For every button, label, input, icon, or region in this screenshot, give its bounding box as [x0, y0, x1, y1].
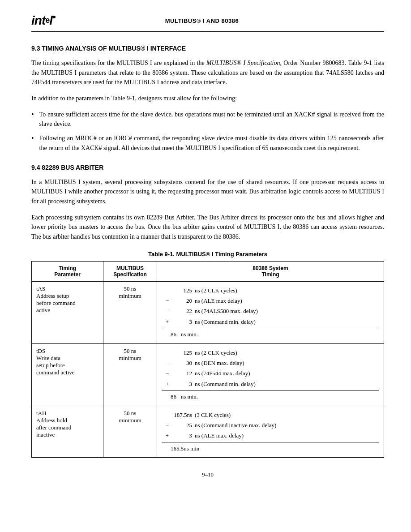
header-title: MULTIBUS® I AND 80386: [56, 17, 348, 24]
intel-logo: intel: [31, 13, 56, 28]
table-row-tas: tASAddress setupbefore commandactive 50 …: [32, 281, 384, 343]
calc-row-tds-2: − 30 ns (DEN max. delay): [162, 358, 379, 368]
section-9-4-para-2: Each processing subsystem contains its o…: [31, 213, 384, 242]
calc-row-4: + 3 ns (Command min. delay): [162, 317, 379, 327]
table-caption: Table 9-1. MULTIBUS® I Timing Parameters: [31, 251, 384, 257]
calc-row-tds-4: + 3 ns (Command min. delay): [162, 379, 379, 389]
calc-row-tah-2: − 25 ns (Command inactive max. delay): [162, 420, 379, 430]
timing-table: TimingParameter MULTIBUSSpecification 80…: [31, 261, 384, 458]
calc-row-3: − 22 ns (74ALS580 max. delay): [162, 306, 379, 316]
param-tds: tDSWrite datasetup beforecommand active: [32, 343, 103, 406]
section-9-3-heading: 9.3 TIMING ANALYSIS OF MULTIBUS® I INTER…: [31, 45, 384, 52]
timing-tah: 187.5ns (3 CLK cycles) − 25 ns (Command …: [157, 406, 384, 458]
page: intel MULTIBUS® I AND 80386 9.3 TIMING A…: [0, 0, 411, 532]
list-item-2: • Following an MRDC# or an IORC# command…: [31, 133, 384, 153]
spec-tah: 50 nsminimum: [103, 406, 157, 458]
bullet-icon-2: •: [31, 133, 34, 143]
param-tah: tAHAddress holdafter commandinactive: [32, 406, 103, 458]
bullet-icon: •: [31, 110, 34, 120]
bullet-list: • To ensure sufficient access time for t…: [31, 110, 384, 153]
table-row-tah: tAHAddress holdafter commandinactive 50 …: [32, 406, 384, 458]
col-header-system: 80386 SystemTiming: [157, 261, 384, 281]
calc-row-tah-3: + 3 ns (ALE max. delay): [162, 430, 379, 441]
spec-tas: 50 nsminimum: [103, 281, 157, 343]
timing-total-tds: 86 ns min.: [162, 390, 379, 402]
calc-row-2: − 20 ns (ALE max delay): [162, 296, 379, 306]
col-header-param: TimingParameter: [32, 261, 103, 281]
timing-tds: 125 ns (2 CLK cycles) − 30 ns (DEN max. …: [157, 343, 384, 406]
timing-tas: 125 ns (2 CLK cycles) − 20 ns (ALE max d…: [157, 281, 384, 343]
page-number: 9–10: [202, 471, 214, 478]
list-item-1-text: To ensure sufficient access time for the…: [39, 110, 384, 129]
calc-row-tds-3: − 12 ns (74F544 max. delay): [162, 368, 379, 378]
section-9-3-para-1: The timing specifications for the MULTIB…: [31, 58, 384, 87]
section-9-3: 9.3 TIMING ANALYSIS OF MULTIBUS® I INTER…: [31, 45, 384, 153]
calc-row-1: 125 ns (2 CLK cycles): [162, 285, 379, 296]
section-9-4-heading: 9.4 82289 BUS ARBITER: [31, 164, 384, 171]
timing-total-tas: 86 ns min.: [162, 328, 379, 339]
timing-total-tah: 165.5ns min: [162, 442, 379, 454]
timing-calc-tas: 125 ns (2 CLK cycles) − 20 ns (ALE max d…: [162, 285, 379, 340]
table-container: Table 9-1. MULTIBUS® I Timing Parameters…: [31, 251, 384, 458]
list-item-1: • To ensure sufficient access time for t…: [31, 110, 384, 129]
logo-dot: [53, 16, 56, 18]
page-header: intel MULTIBUS® I AND 80386: [31, 13, 384, 32]
table-row-tds: tDSWrite datasetup beforecommand active …: [32, 343, 384, 406]
section-9-4: 9.4 82289 BUS ARBITER In a MULTIBUS I sy…: [31, 164, 384, 242]
timing-calc-tds: 125 ns (2 CLK cycles) − 30 ns (DEN max. …: [162, 348, 379, 402]
calc-row-tah-1: 187.5ns (3 CLK cycles): [162, 410, 379, 420]
spec-tds: 50 nsminimum: [103, 343, 157, 406]
param-tas: tASAddress setupbefore commandactive: [32, 281, 103, 343]
section-9-3-para-2: In addition to the parameters in Table 9…: [31, 94, 384, 103]
calc-row-tds-1: 125 ns (2 CLK cycles): [162, 348, 379, 358]
col-header-multibus: MULTIBUSSpecification: [103, 261, 157, 281]
list-item-2-text: Following an MRDC# or an IORC# command, …: [39, 133, 384, 153]
timing-calc-tah: 187.5ns (3 CLK cycles) − 25 ns (Command …: [162, 410, 379, 454]
page-footer: 9–10: [31, 471, 384, 478]
table-header-row: TimingParameter MULTIBUSSpecification 80…: [32, 261, 384, 281]
section-9-4-para-1: In a MULTIBUS I system, several processi…: [31, 177, 384, 206]
